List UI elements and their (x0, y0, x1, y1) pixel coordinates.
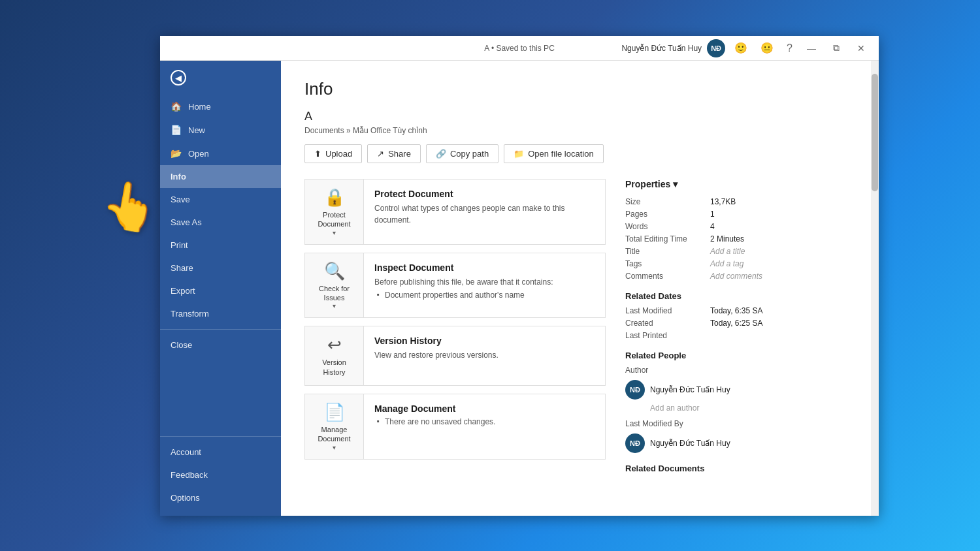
created-value: Today, 6:25 SA (710, 319, 763, 328)
properties-panel: Properties ▾ Size 13,7KB Pages 1 (625, 179, 847, 479)
maximize-button[interactable]: ⧉ (826, 39, 846, 58)
minimize-button[interactable]: — (802, 39, 821, 58)
prop-pages-label: Pages (625, 210, 710, 219)
share-button[interactable]: ↗ Share (367, 144, 421, 163)
prop-tags-label: Tags (625, 259, 710, 268)
version-history-card: ↩ VersionHistory Version History View an… (304, 326, 606, 386)
author-name: Nguyễn Đức Tuấn Huy (650, 385, 730, 394)
related-dates-rows: Last Modified Today, 6:35 SA Created Tod… (625, 306, 847, 340)
version-content: Version History View and restore previou… (364, 326, 605, 370)
home-icon: 🏠 (171, 101, 182, 112)
share-icon: ↗ (377, 149, 384, 159)
properties-chevron-icon: ▾ (673, 179, 678, 189)
sidebar-item-print[interactable]: Print (160, 234, 281, 257)
open-location-button[interactable]: 📁 Open file location (504, 144, 603, 163)
prop-editing-label: Total Editing Time (625, 234, 710, 244)
history-icon: ↩ (327, 335, 342, 355)
back-button[interactable]: ◀ (160, 61, 281, 95)
manage-chevron-icon: ▾ (333, 444, 336, 451)
lock-icon: 🔒 (324, 187, 345, 208)
inspect-bullet: Document properties and author's name (374, 291, 595, 300)
protect-document-card: 🔒 ProtectDocument ▾ Protect Document Con… (304, 179, 606, 245)
sidebar-item-home[interactable]: 🏠 Home (160, 95, 281, 118)
last-modified-person-row: NĐ Nguyễn Đức Tuấn Huy (625, 433, 847, 453)
manage-bullet: There are no unsaved changes. (374, 417, 595, 426)
sidebar-item-info[interactable]: Info (160, 165, 281, 188)
person-icon[interactable]: 😐 (757, 40, 777, 55)
sidebar-divider-bottom (160, 436, 281, 437)
scrollbar-thumb[interactable] (872, 74, 878, 191)
last-modified-by-label: Last Modified By (625, 419, 710, 428)
inspect-content: Inspect Document Before publishing this … (364, 253, 605, 309)
related-people-header: Related People (625, 351, 847, 360)
author-avatar: NĐ (625, 380, 645, 400)
last-modified-value: Today, 6:35 SA (710, 306, 763, 315)
sidebar-item-transform[interactable]: Transform (160, 302, 281, 325)
folder-icon: 📁 (514, 149, 524, 159)
related-dates-header: Related Dates (625, 291, 847, 301)
date-last-modified: Last Modified Today, 6:35 SA (625, 306, 847, 315)
sidebar-label-print: Print (171, 240, 188, 250)
version-title: Version History (374, 336, 595, 346)
prop-size-value: 13,7KB (710, 197, 736, 206)
last-modified-avatar: NĐ (625, 433, 645, 453)
prop-editing-time: Total Editing Time 2 Minutes (625, 234, 847, 244)
created-label: Created (625, 319, 710, 328)
help-icon[interactable]: ? (783, 41, 796, 55)
cursor-hand: 👆 (97, 175, 163, 238)
sidebar-item-save[interactable]: Save (160, 188, 281, 211)
page-title: Info (304, 79, 847, 99)
prop-comments-value[interactable]: Add comments (710, 272, 762, 281)
prop-title: Title Add a title (625, 247, 847, 256)
sidebar-item-close[interactable]: Close (160, 334, 281, 356)
sidebar-item-share[interactable]: Share (160, 257, 281, 279)
date-created: Created Today, 6:25 SA (625, 319, 847, 328)
version-history-button[interactable]: ↩ VersionHistory (305, 326, 364, 385)
prop-comments-label: Comments (625, 272, 710, 281)
sidebar-item-new[interactable]: 📄 New (160, 118, 281, 142)
related-docs-header: Related Documents (625, 464, 847, 473)
sidebar-item-account[interactable]: Account (160, 441, 281, 464)
sidebar-item-export[interactable]: Export (160, 279, 281, 302)
sidebar-label-info: Info (171, 172, 186, 181)
properties-title: Properties (625, 179, 670, 189)
sidebar-item-open[interactable]: 📂 Open (160, 142, 281, 165)
add-author-link[interactable]: Add an author (625, 403, 847, 413)
prop-title-value[interactable]: Add a title (710, 247, 745, 256)
user-name-label: Nguyễn Đức Tuấn Huy (621, 44, 702, 53)
version-desc: View and restore previous versions. (374, 349, 595, 361)
sidebar-item-feedback[interactable]: Feedback (160, 464, 281, 486)
manage-document-card: 📄 ManageDocument ▾ Manage Document There… (304, 394, 606, 460)
emoji-icon[interactable]: 🙂 (730, 40, 751, 55)
sidebar-label-open: Open (188, 149, 209, 159)
check-chevron-icon: ▾ (333, 302, 336, 309)
info-grid: 🔒 ProtectDocument ▾ Protect Document Con… (304, 179, 847, 479)
check-issues-button[interactable]: 🔍 Check forIssues ▾ (305, 253, 364, 318)
sidebar-label-feedback: Feedback (171, 470, 208, 480)
sidebar-item-save-as[interactable]: Save As (160, 211, 281, 234)
protect-chevron-icon: ▾ (333, 229, 336, 236)
user-avatar[interactable]: NĐ (707, 39, 725, 57)
breadcrumb: Documents » Mẫu Office Tùy chỉnh (304, 126, 847, 135)
copy-path-button[interactable]: 🔗 Copy path (426, 144, 498, 163)
prop-title-label: Title (625, 247, 710, 256)
copy-path-label: Copy path (450, 149, 489, 159)
sidebar-label-options: Options (171, 493, 200, 503)
last-modified-label: Last Modified (625, 306, 710, 315)
scrollbar-track[interactable] (871, 61, 879, 516)
sidebar-label-close: Close (171, 340, 192, 350)
manage-document-button[interactable]: 📄 ManageDocument ▾ (305, 394, 364, 459)
back-circle-icon: ◀ (171, 70, 186, 86)
properties-rows: Size 13,7KB Pages 1 Words 4 Total Edit (625, 197, 847, 281)
sidebar-item-options[interactable]: Options (160, 486, 281, 509)
date-last-printed: Last Printed (625, 331, 847, 340)
close-button[interactable]: ✕ (851, 39, 871, 58)
protect-icon-label: ProtectDocument (318, 210, 350, 229)
protect-document-button[interactable]: 🔒 ProtectDocument ▾ (305, 180, 364, 244)
sidebar-label-save: Save (171, 195, 190, 204)
properties-header[interactable]: Properties ▾ (625, 179, 847, 189)
info-content: Info A Documents » Mẫu Office Tùy chỉnh … (281, 61, 871, 516)
upload-button[interactable]: ⬆ Upload (304, 144, 362, 163)
check-issues-label: Check forIssues (319, 284, 350, 303)
prop-tags-value[interactable]: Add a tag (710, 259, 743, 268)
